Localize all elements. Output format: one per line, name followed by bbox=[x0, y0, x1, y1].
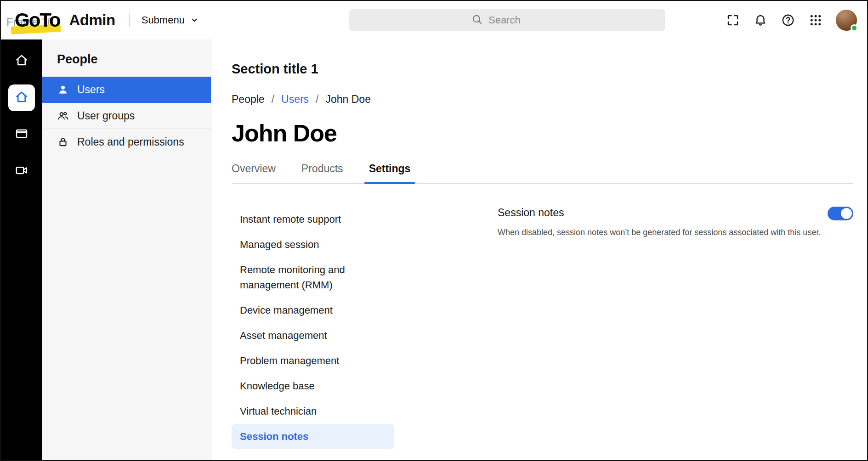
sidebar-item-label: Roles and permissions bbox=[77, 136, 184, 148]
header-divider bbox=[129, 13, 130, 27]
rail-item-home-active[interactable] bbox=[8, 84, 35, 111]
apps-grid-icon[interactable] bbox=[808, 13, 823, 28]
breadcrumb-current: John Doe bbox=[325, 93, 370, 106]
top-header: Frame 10 GoTo Admin Submenu bbox=[1, 1, 867, 39]
panel-title: Session notes bbox=[498, 207, 564, 219]
panel-head: Session notes bbox=[498, 207, 853, 220]
search-bar[interactable] bbox=[349, 9, 665, 31]
breadcrumb-users-link[interactable]: Users bbox=[281, 93, 309, 106]
nav-rail bbox=[1, 39, 42, 460]
settings-nav-item[interactable]: Virtual technician bbox=[232, 399, 394, 424]
goto-logo[interactable]: GoTo bbox=[15, 9, 60, 31]
settings-nav-item[interactable]: Instant remote support bbox=[232, 207, 394, 232]
billing-card-icon bbox=[15, 127, 28, 142]
main-content: Section title 1 People / Users / John Do… bbox=[211, 39, 867, 460]
rail-item-home[interactable] bbox=[8, 48, 35, 74]
sidebar-item-roles-permissions[interactable]: Roles and permissions bbox=[42, 129, 211, 155]
rail-item-billing[interactable] bbox=[8, 121, 35, 148]
search-icon bbox=[471, 13, 483, 27]
breadcrumb-separator: / bbox=[316, 93, 318, 106]
lock-icon bbox=[57, 136, 69, 148]
header-actions bbox=[726, 1, 857, 39]
notifications-bell-icon[interactable] bbox=[753, 13, 768, 28]
toggle-knob bbox=[841, 208, 852, 219]
breadcrumb-people[interactable]: People bbox=[232, 93, 265, 106]
settings-nav-item[interactable]: Problem management bbox=[232, 348, 394, 373]
settings-nav-item[interactable]: Knowledge base bbox=[232, 373, 394, 399]
rail-item-meetings[interactable] bbox=[8, 158, 35, 185]
breadcrumb: People / Users / John Doe bbox=[232, 93, 853, 106]
sidebar-item-label: Users bbox=[77, 84, 105, 96]
settings-nav-item[interactable]: Asset management bbox=[232, 323, 394, 348]
home-icon bbox=[15, 90, 28, 106]
tabs: Overview Products Settings bbox=[232, 163, 853, 184]
section-title: Section title 1 bbox=[232, 62, 853, 77]
chevron-down-icon bbox=[190, 16, 199, 24]
help-icon[interactable] bbox=[781, 13, 795, 28]
settings-panel: Session notes When disabled, session not… bbox=[498, 207, 853, 449]
app-window: Frame 10 GoTo Admin Submenu bbox=[0, 0, 868, 461]
sidebar-item-label: User groups bbox=[77, 110, 135, 122]
sidebar-title: People bbox=[42, 39, 211, 77]
page-title: John Doe bbox=[232, 119, 853, 147]
tab-products[interactable]: Products bbox=[301, 163, 343, 183]
user-group-icon bbox=[57, 110, 69, 122]
settings-body: Instant remote support Managed session R… bbox=[232, 207, 853, 449]
settings-nav-item[interactable]: Device management bbox=[232, 298, 394, 323]
tab-overview[interactable]: Overview bbox=[232, 163, 276, 183]
user-icon bbox=[57, 84, 69, 96]
settings-nav-item[interactable]: Managed session bbox=[232, 232, 394, 257]
breadcrumb-separator: / bbox=[272, 93, 274, 106]
submenu-label: Submenu bbox=[142, 14, 185, 26]
submenu-dropdown[interactable]: Submenu bbox=[142, 14, 199, 26]
settings-nav: Instant remote support Managed session R… bbox=[232, 207, 394, 449]
sidebar: People Users User groups Roles and permi… bbox=[42, 39, 211, 460]
video-camera-icon bbox=[15, 163, 28, 179]
search-input[interactable] bbox=[488, 14, 544, 26]
tab-settings[interactable]: Settings bbox=[369, 163, 411, 183]
home-icon bbox=[15, 53, 28, 69]
fullscreen-icon[interactable] bbox=[726, 13, 740, 28]
user-avatar[interactable] bbox=[836, 10, 857, 31]
logo-area: GoTo Admin Submenu bbox=[1, 9, 199, 31]
panel-description: When disabled, session notes won’t be ge… bbox=[498, 228, 853, 237]
status-dot bbox=[851, 24, 858, 32]
session-notes-toggle[interactable] bbox=[828, 207, 853, 220]
sidebar-item-users[interactable]: Users bbox=[42, 77, 211, 103]
settings-nav-item[interactable]: Remote monitoring and management (RMM) bbox=[232, 257, 394, 298]
sidebar-item-user-groups[interactable]: User groups bbox=[42, 103, 211, 129]
app-name: Admin bbox=[69, 11, 115, 29]
settings-nav-item-session-notes[interactable]: Session notes bbox=[232, 424, 394, 449]
logo-text: GoTo bbox=[15, 9, 60, 31]
